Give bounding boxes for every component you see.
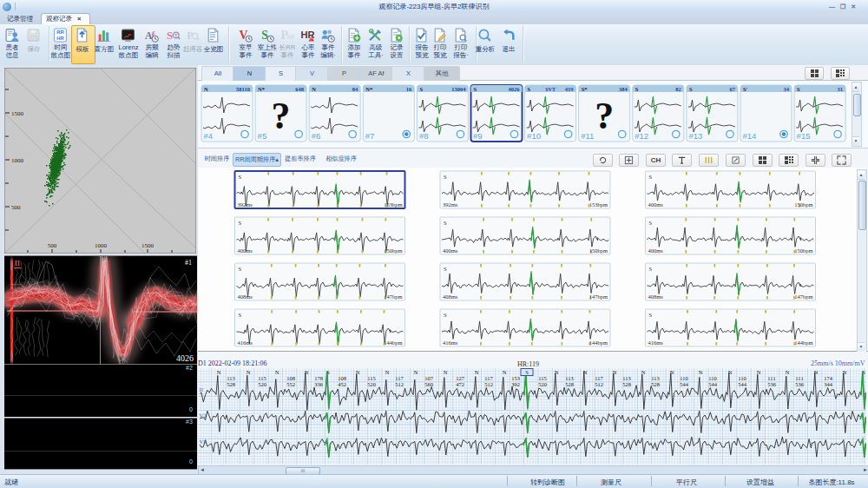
svg-text:144bpm: 144bpm [794, 340, 812, 346]
svg-text:400ms: 400ms [238, 247, 253, 254]
svg-text:T: T [174, 33, 178, 38]
svg-text:N: N [843, 369, 847, 375]
svg-text:HR: HR [301, 30, 315, 40]
svg-text:S: S [167, 30, 173, 42]
svg-text:N: N [475, 369, 479, 375]
svg-text:113: 113 [622, 375, 631, 381]
svg-text:N: N [757, 369, 761, 375]
svg-text:178: 178 [314, 375, 323, 381]
svg-text:N: N [305, 369, 309, 375]
svg-text:4026: 4026 [509, 86, 521, 92]
svg-text:N: N [814, 369, 819, 375]
svg-text:#1: #1 [185, 259, 192, 267]
svg-text:RR: RR [56, 30, 64, 35]
svg-text:S: S [444, 220, 447, 226]
svg-text:117: 117 [484, 375, 493, 381]
svg-text:147bpm: 147bpm [384, 293, 402, 300]
svg-text:416ms: 416ms [648, 340, 664, 346]
svg-text:400ms: 400ms [443, 247, 458, 254]
svg-text:#9: #9 [473, 131, 483, 141]
svg-text:544: 544 [680, 381, 689, 387]
svg-text:552: 552 [286, 381, 295, 387]
svg-text:#10: #10 [527, 131, 541, 141]
svg-text:S: S [474, 86, 477, 92]
svg-text:512: 512 [484, 381, 493, 387]
svg-text:16: 16 [406, 86, 412, 92]
svg-text:392: 392 [511, 381, 520, 387]
svg-text:#8: #8 [419, 131, 429, 141]
svg-text:117: 117 [395, 375, 404, 381]
svg-text:II: II [200, 386, 203, 392]
svg-text:408ms: 408ms [648, 293, 664, 300]
svg-text:150bpm: 150bpm [589, 247, 608, 254]
svg-text:147bpm: 147bpm [589, 293, 608, 300]
svg-text:N: N [217, 369, 221, 375]
svg-text:S': S' [743, 86, 748, 92]
svg-text:108: 108 [338, 375, 346, 381]
svg-text:S: S [862, 369, 865, 375]
svg-text:113: 113 [565, 375, 574, 381]
svg-text:II: II [15, 260, 20, 267]
svg-text:S: S [649, 266, 653, 272]
svg-text:S: S [444, 174, 447, 180]
svg-text:S*: S* [582, 86, 588, 92]
svg-text:419: 419 [565, 86, 575, 92]
svg-text:384: 384 [619, 86, 628, 92]
svg-text:1500: 1500 [141, 242, 155, 249]
svg-text:N: N [699, 369, 703, 375]
svg-text:416ms: 416ms [238, 340, 253, 346]
svg-text:560: 560 [424, 381, 433, 387]
svg-text:N*: N* [258, 86, 265, 92]
svg-text:!: ! [311, 37, 312, 42]
svg-text:150bpm: 150bpm [384, 247, 402, 254]
svg-text:S: S [239, 174, 242, 180]
svg-text:13004: 13004 [451, 86, 466, 92]
svg-text:N: N [641, 369, 646, 375]
svg-text:#5: #5 [258, 131, 267, 141]
svg-text:150bpm: 150bpm [794, 201, 812, 208]
svg-text:528: 528 [565, 381, 574, 387]
svg-text:1000: 1000 [11, 157, 24, 164]
svg-text:V2: V2 [200, 412, 207, 419]
svg-text:#15: #15 [797, 131, 811, 141]
svg-text:115: 115 [258, 375, 266, 381]
svg-text:#13: #13 [688, 131, 702, 141]
svg-text:S: S [239, 312, 242, 318]
svg-text:S: S [444, 312, 447, 318]
svg-text:528: 528 [622, 381, 631, 387]
svg-text:400ms: 400ms [648, 201, 664, 208]
svg-text:S: S [635, 86, 639, 92]
svg-text:472: 472 [456, 381, 464, 387]
svg-text:N: N [247, 369, 251, 375]
svg-text:#4: #4 [204, 131, 214, 141]
svg-text:110: 110 [680, 375, 688, 381]
svg-text:520: 520 [258, 381, 266, 387]
svg-text:1000: 1000 [95, 242, 108, 249]
svg-text:58110: 58110 [236, 86, 250, 92]
svg-text:648: 648 [295, 86, 305, 92]
svg-text:N: N [414, 369, 418, 375]
svg-text:N: N [503, 369, 507, 375]
svg-text:408ms: 408ms [443, 293, 458, 300]
svg-text:#7: #7 [365, 131, 375, 141]
svg-text:N: N [555, 369, 559, 375]
svg-text:N: N [312, 86, 316, 92]
svg-text:520: 520 [367, 381, 376, 387]
svg-text:S: S [525, 369, 529, 375]
svg-text:#12: #12 [635, 131, 648, 141]
svg-text:110: 110 [708, 375, 717, 381]
svg-text:N: N [275, 369, 279, 375]
svg-text:536: 536 [795, 381, 805, 387]
svg-text:#11: #11 [581, 131, 594, 141]
svg-text:528: 528 [227, 381, 235, 387]
svg-text:S: S [419, 86, 423, 92]
svg-text:S: S [239, 266, 242, 272]
svg-text:115: 115 [538, 375, 547, 381]
svg-text:336: 336 [314, 381, 324, 387]
svg-text:N: N [670, 369, 674, 375]
svg-text:500: 500 [11, 204, 21, 211]
svg-text:S: S [239, 220, 242, 226]
svg-text:N: N [583, 369, 588, 375]
svg-text:147bpm: 147bpm [794, 293, 812, 300]
svg-text:392ms: 392ms [238, 201, 253, 208]
